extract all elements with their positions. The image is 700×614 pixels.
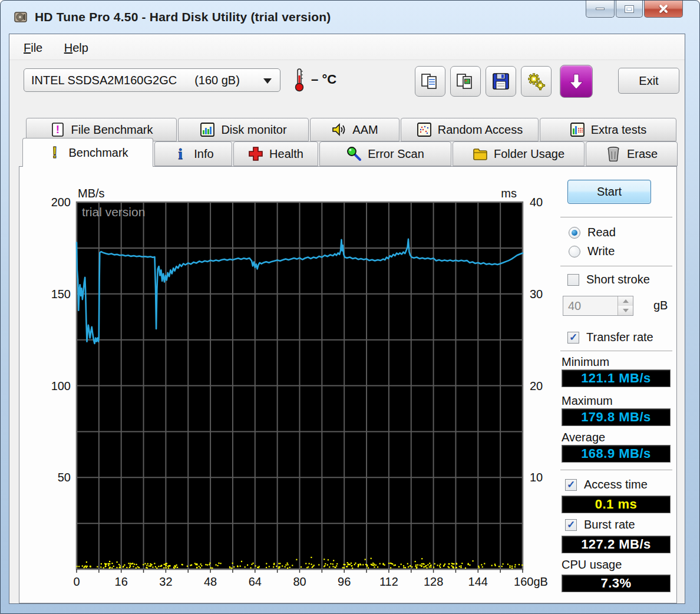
cpu-usage-value: 7.3%	[562, 575, 671, 592]
tab-random-access[interactable]: Random Access	[401, 118, 539, 141]
options-button[interactable]	[521, 66, 552, 97]
copy-text-icon	[420, 71, 440, 91]
average-value: 168.9 MB/s	[562, 445, 671, 463]
access-time-value: 0.1 ms	[562, 496, 671, 513]
svg-text:50: 50	[58, 471, 71, 484]
copy-image-icon	[455, 71, 476, 91]
separator	[560, 351, 672, 351]
write-radio-row: Write	[569, 245, 615, 258]
tab-error-scan[interactable]: Error Scan	[319, 141, 451, 166]
maximize-icon	[625, 6, 633, 12]
svg-text:200: 200	[51, 196, 71, 209]
drive-name: INTEL SSDSA2M160G2GC	[31, 74, 177, 87]
stroke-size-value: 40	[563, 299, 618, 313]
maximum-label: Maximum	[562, 394, 613, 408]
save-button[interactable]	[486, 66, 516, 97]
window-title: HD Tune Pro 4.50 - Hard Disk Utility (tr…	[35, 10, 331, 24]
client-area: File Help INTEL SSDSA2M160G2GC (160 gB) …	[9, 34, 685, 604]
disk-monitor-icon	[200, 122, 215, 137]
svg-text:ms: ms	[501, 187, 517, 200]
tab-disk-monitor[interactable]: Disk monitor	[178, 118, 309, 141]
separator	[560, 217, 672, 217]
trash-icon	[606, 146, 621, 161]
svg-text:30: 30	[530, 288, 543, 301]
access-time-row: ✓ Access time	[565, 478, 648, 491]
stroke-size-spinner[interactable]: 40	[563, 296, 633, 316]
save-icon	[491, 71, 511, 91]
tab-health[interactable]: Health	[233, 141, 318, 166]
burst-rate-row: ✓ Burst rate	[565, 518, 635, 532]
minimize-to-tray-button[interactable]	[560, 65, 593, 98]
minimum-value: 121.1 MB/s	[562, 369, 671, 387]
exit-button[interactable]: Exit	[618, 68, 679, 94]
arrow-down-icon	[623, 309, 629, 312]
svg-text:16: 16	[115, 575, 128, 588]
minimize-icon	[596, 8, 605, 10]
tab-aam[interactable]: AAM	[310, 118, 399, 141]
spinner-up-button[interactable]	[618, 296, 633, 306]
minimize-button[interactable]	[586, 1, 615, 18]
svg-text:80: 80	[293, 575, 306, 588]
svg-text:0: 0	[73, 575, 80, 588]
magnifier-icon	[346, 146, 362, 161]
svg-text:100: 100	[51, 379, 71, 392]
close-button[interactable]	[644, 1, 683, 18]
chevron-down-icon	[263, 78, 272, 84]
access-time-checkbox[interactable]: ✓	[565, 479, 577, 491]
maximum-value: 179.8 MB/s	[562, 408, 671, 426]
benchmark-icon: !	[47, 145, 62, 160]
arrow-up-icon	[623, 299, 629, 303]
extra-tests-icon	[570, 122, 585, 137]
transfer-rate-checkbox[interactable]: ✓	[567, 332, 579, 344]
app-window: HD Tune Pro 4.50 - Hard Disk Utility (tr…	[0, 0, 700, 614]
svg-text:64: 64	[249, 575, 262, 588]
minimum-label: Minimum	[562, 355, 609, 369]
start-button[interactable]: Start	[567, 180, 651, 204]
svg-text:112: 112	[379, 575, 398, 588]
maximize-button[interactable]	[616, 1, 643, 18]
short-stroke-checkbox[interactable]	[567, 274, 579, 286]
drive-capacity: (160 gB)	[194, 74, 240, 87]
svg-text:10: 10	[530, 471, 543, 484]
spinner-down-button[interactable]	[618, 306, 633, 315]
tab-extra-tests[interactable]: Extra tests	[540, 118, 676, 141]
tab-erase[interactable]: Erase	[586, 141, 678, 166]
svg-text:96: 96	[338, 575, 351, 588]
copy-text-button[interactable]	[415, 66, 445, 97]
tab-folder-usage[interactable]: Folder Usage	[453, 141, 585, 166]
health-cross-icon	[248, 146, 263, 161]
burst-rate-value: 127.2 MB/s	[562, 536, 671, 553]
svg-text:144: 144	[468, 575, 488, 588]
read-radio-row: Read	[569, 226, 616, 239]
menu-bar: File Help	[9, 34, 685, 60]
svg-text:20: 20	[530, 379, 543, 392]
drive-selector[interactable]: INTEL SSDSA2M160G2GC (160 gB)	[24, 68, 280, 92]
folder-icon	[473, 146, 488, 161]
benchmark-panel: trial versionMB/sms501001502001020304001…	[19, 166, 677, 603]
tab-benchmark[interactable]: ! Benchmark	[22, 138, 153, 167]
benchmark-chart: trial versionMB/sms501001502001020304001…	[28, 179, 570, 603]
random-access-icon	[417, 122, 432, 137]
svg-text:!: !	[52, 144, 58, 161]
speaker-icon	[331, 122, 346, 137]
menu-help[interactable]: Help	[60, 40, 93, 56]
download-arrow-icon	[566, 71, 586, 91]
read-radio[interactable]	[569, 227, 580, 239]
title-bar[interactable]: HD Tune Pro 4.50 - Hard Disk Utility (tr…	[1, 1, 699, 34]
average-label: Average	[562, 431, 605, 444]
svg-text:!: !	[55, 123, 59, 136]
burst-rate-checkbox[interactable]: ✓	[565, 519, 577, 531]
menu-file[interactable]: File	[19, 40, 47, 56]
temperature-readout: – °C	[311, 72, 336, 87]
stroke-size-unit: gB	[653, 299, 668, 312]
svg-text:32: 32	[159, 575, 172, 588]
options-gears-icon	[526, 71, 547, 92]
svg-text:160gB: 160gB	[514, 575, 548, 588]
svg-text:150: 150	[51, 288, 71, 301]
tab-info[interactable]: i Info	[154, 141, 232, 166]
cpu-usage-label: CPU usage	[562, 558, 622, 572]
svg-text:i: i	[179, 146, 183, 161]
svg-text:MB/s: MB/s	[78, 187, 105, 200]
write-radio[interactable]	[569, 246, 580, 258]
copy-image-button[interactable]	[450, 66, 481, 97]
